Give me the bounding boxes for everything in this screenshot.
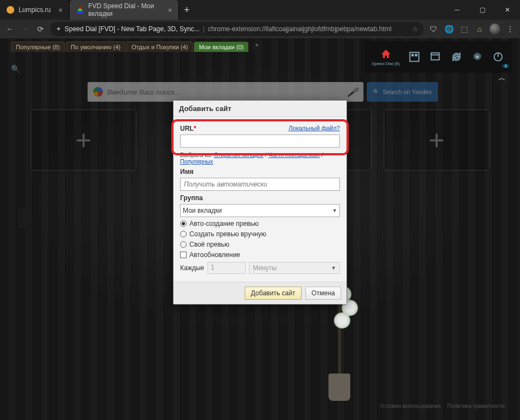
interval-unit-value: Минуты — [253, 264, 276, 272]
new-tab-button[interactable]: + — [179, 0, 194, 20]
url-input[interactable] — [180, 135, 340, 148]
tab-label: Lumpics.ru — [19, 6, 51, 14]
dial-slot[interactable]: + — [384, 109, 489, 171]
url-label: URL* Локальный файл? — [180, 125, 340, 132]
svg-rect-3 — [431, 53, 440, 60]
close-icon[interactable]: × — [168, 6, 172, 14]
dial-slot[interactable]: + — [31, 109, 136, 171]
util-power[interactable] — [492, 51, 504, 63]
forward-button[interactable]: → — [20, 25, 31, 33]
preview-auto-radio[interactable]: Авто-создание превью — [180, 220, 340, 228]
group-tab-shopping[interactable]: Отдых и Покупки (4) — [126, 42, 193, 52]
search-bar: Введите Ваш поиск... 🎤 🔍Search on Yandex — [88, 82, 438, 102]
star-icon[interactable]: ☆ — [412, 25, 418, 33]
util-label: Speed Dial (8) — [372, 61, 400, 66]
shield-icon[interactable]: 🛡 — [428, 24, 439, 34]
search-input[interactable]: Введите Ваш поиск... 🎤 — [88, 82, 363, 102]
util-sync[interactable] — [450, 51, 463, 63]
browser-tab-lumpics[interactable]: Lumpics.ru × — [0, 0, 70, 20]
util-most-visited[interactable] — [408, 51, 420, 63]
group-tab-popular[interactable]: Популярные (8) — [11, 42, 65, 52]
yandex-label: Search on Yandex — [383, 89, 432, 95]
side-handle[interactable] — [19, 208, 25, 229]
pick-frequent-link[interactable]: Часто посещаемых — [268, 151, 320, 158]
interval-value-input[interactable]: 1 — [207, 262, 246, 274]
privacy-link[interactable]: Политика приватности — [447, 403, 505, 409]
pick-popular-link[interactable]: Популярных — [180, 158, 213, 165]
utility-panel: Speed Dial (8) 👁 — [364, 41, 512, 73]
page-title-chip: Speed Dial [FVD] - New Tab Page, 3D, Syn… — [65, 25, 200, 33]
group-tabs: Популярные (8) По умолчанию (4) Отдых и … — [11, 42, 262, 52]
plus-icon: + — [76, 124, 91, 156]
collapse-panel-icon[interactable]: ︿ — [498, 73, 506, 83]
preview-custom-radio[interactable]: Своё превью — [180, 241, 340, 248]
browser-tab-speeddial[interactable]: FVD Speed Dial - Мои вкладки × — [70, 0, 179, 20]
google-icon — [93, 87, 103, 97]
page-url: chrome-extension://llaficoajjainaijghjlo… — [208, 25, 392, 33]
name-input[interactable] — [180, 178, 340, 191]
name-label: Имя — [180, 168, 340, 176]
maximize-button[interactable]: ▢ — [470, 0, 495, 20]
tab-label: FVD Speed Dial - Мои вкладки — [88, 2, 160, 18]
add-site-dialog: Добавить сайт URL* Локальный файл? Выбра… — [173, 100, 347, 305]
group-tab-my[interactable]: Мои вкладки (0) — [194, 42, 249, 52]
util-recently-closed[interactable] — [429, 51, 441, 63]
autorefresh-checkbox[interactable]: Автообновление — [180, 251, 340, 259]
close-icon[interactable]: × — [59, 6, 63, 14]
terms-link[interactable]: Условия использования — [380, 403, 441, 409]
chevron-down-icon: ▼ — [331, 265, 336, 271]
util-speed-dial[interactable]: Speed Dial (8) — [372, 48, 400, 66]
footer-links: Условия использования Политика приватнос… — [380, 403, 505, 409]
search-placeholder: Введите Ваш поиск... — [107, 88, 181, 96]
yandex-search-button[interactable]: 🔍Search on Yandex — [367, 82, 438, 102]
group-select[interactable]: Мои вкладки ▼ — [180, 204, 340, 217]
dialog-footer: Добавить сайт Отмена — [174, 282, 346, 304]
group-label: Группа — [180, 194, 340, 202]
profile-avatar[interactable] — [489, 24, 500, 34]
plus-icon: + — [429, 124, 444, 156]
omnibox[interactable]: ✦ Speed Dial [FVD] - New Tab Page, 3D, S… — [50, 22, 424, 36]
cube-icon[interactable]: ⬚ — [459, 24, 470, 34]
cancel-button[interactable]: Отмена — [305, 287, 341, 300]
eye-icon[interactable]: 👁 — [502, 62, 510, 71]
close-button[interactable]: ✕ — [495, 0, 520, 20]
svg-rect-2 — [415, 54, 418, 57]
preview-manual-radio[interactable]: Создать превью вручную — [180, 230, 340, 238]
svg-rect-0 — [410, 52, 419, 62]
globe-icon[interactable]: 🌐 — [443, 24, 454, 34]
reload-button[interactable]: ⟳ — [35, 25, 46, 33]
chevron-down-icon: ▼ — [332, 208, 337, 213]
dialog-title: Добавить сайт — [174, 101, 346, 117]
pick-open-tabs-link[interactable]: Открытых вкладок — [214, 151, 263, 158]
address-bar: ← → ⟳ ✦ Speed Dial [FVD] - New Tab Page,… — [0, 20, 520, 38]
interval-row: Каждые 1 Минуты ▼ — [180, 262, 340, 274]
extension-icon: ✦ — [56, 25, 61, 33]
svg-rect-1 — [412, 54, 414, 57]
pick-from-row: Выбрать из: Открытых вкладок / Часто пос… — [180, 151, 340, 165]
add-group-button[interactable]: + — [252, 42, 262, 51]
window-controls: ─ ▢ ✕ — [444, 0, 520, 20]
interval-label: Каждые — [180, 264, 204, 272]
minimize-button[interactable]: ─ — [444, 0, 470, 20]
search-toggle-icon[interactable]: 🔍 — [11, 65, 20, 73]
menu-button[interactable]: ⋮ — [505, 25, 516, 33]
microphone-icon[interactable]: 🎤 — [347, 87, 358, 97]
group-select-value: Мои вкладки — [183, 207, 222, 214]
local-file-link[interactable]: Локальный файл? — [288, 125, 340, 131]
favicon-icon — [7, 6, 14, 14]
titlebar: Lumpics.ru × FVD Speed Dial - Мои вкладк… — [0, 0, 520, 20]
home-icon[interactable]: ⌂ — [474, 24, 485, 34]
group-tab-default[interactable]: По умолчанию (4) — [66, 42, 125, 52]
util-settings[interactable] — [471, 51, 483, 63]
interval-unit-select[interactable]: Минуты ▼ — [249, 262, 340, 274]
back-button[interactable]: ← — [4, 25, 15, 33]
add-site-button[interactable]: Добавить сайт — [245, 287, 301, 300]
favicon-icon — [76, 6, 84, 14]
